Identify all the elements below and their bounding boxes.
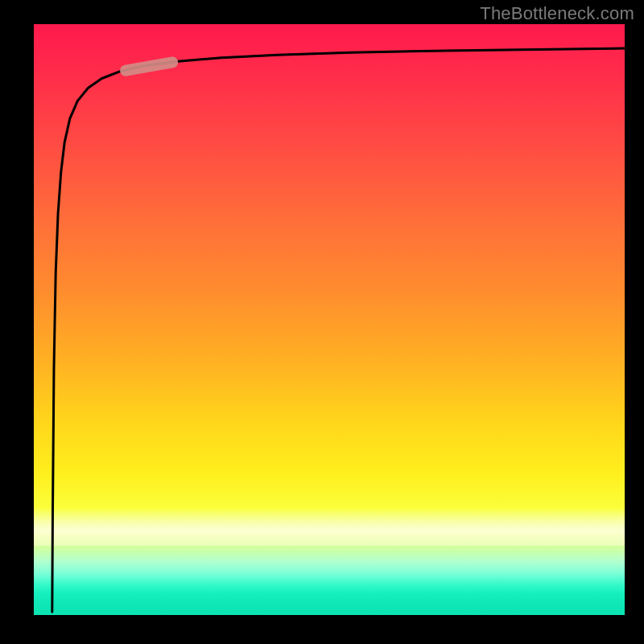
bottom-border [0,615,644,644]
watermark-text: TheBottleneck.com [480,3,634,24]
chart-frame: TheBottleneck.com [0,0,644,644]
left-border [0,0,34,644]
plot-gradient-area [34,24,625,615]
